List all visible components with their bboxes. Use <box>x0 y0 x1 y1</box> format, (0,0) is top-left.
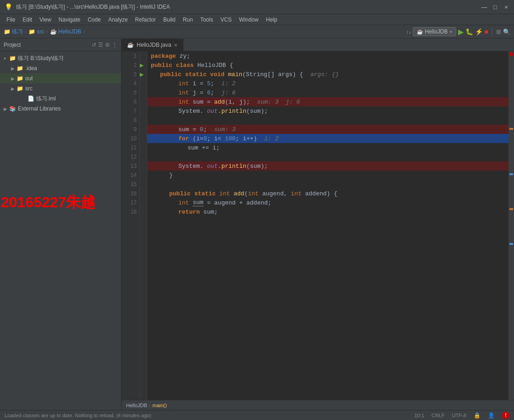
code-area[interactable]: package zy; public class HelloJDB { publ… <box>147 51 508 400</box>
project-tree: ▾ 📁 练习 B:\Study\练习 ▶ 📁 .idea ▶ 📁 out ▶ 📁… <box>0 51 121 410</box>
gutter-16: 16 <box>122 189 137 198</box>
menu-analyze[interactable]: Analyze <box>105 14 132 25</box>
dropdown-arrow: ▾ <box>450 29 452 34</box>
run-config-label: HelloJDB <box>425 28 448 35</box>
editor-breadcrumb: HelloJDB › main() <box>122 400 514 410</box>
cursor-position[interactable]: 10:1 <box>415 413 424 418</box>
toolbar-right: ↕₁ ☕ HelloJDB ▾ ▶ 🐛 ⚡ ■ ⊞ 🔍 <box>406 27 510 36</box>
info-marker-1 <box>509 173 513 175</box>
sidebar-header: Project ↺ ☰ ⚙ ⋮ <box>0 39 121 51</box>
menu-vcs[interactable]: VCS <box>217 14 236 25</box>
status-right: 10:1 CRLF UTF-8 🔒 👤 ! <box>415 412 509 419</box>
out-icon: 📁 <box>17 75 23 82</box>
sep1 <box>492 28 492 36</box>
gutter-1: 1 <box>122 51 137 61</box>
editor-tabs: ☕ HelloJDB.java ✕ <box>122 39 514 51</box>
tree-item-iml[interactable]: 📄 练习.iml <box>0 94 121 104</box>
code-line-17: int sum = augend + addend; <box>147 198 508 207</box>
status-message: Loaded classes are up to date. Nothing t… <box>5 413 405 418</box>
profile-button[interactable]: ⚡ <box>475 28 483 35</box>
expand-icon-ext: ▶ <box>4 106 9 111</box>
run-button[interactable]: ▶ <box>458 28 464 36</box>
menu-bar: File Edit View Navigate Code Analyze Ref… <box>0 14 514 25</box>
tree-item-idea[interactable]: ▶ 📁 .idea <box>0 63 121 73</box>
menu-view[interactable]: View <box>36 14 55 25</box>
tree-label-out: out <box>25 75 33 82</box>
layout-button[interactable]: ⊞ <box>496 28 501 35</box>
menu-window[interactable]: Window <box>235 14 262 25</box>
tree-item-ext-libs[interactable]: ▶ 📚 External Libraries <box>0 104 121 114</box>
window-title: 练习 [B:\Study\练习] - ...\src\HelloJDB.java… <box>16 3 170 11</box>
code-line-10: for (i=0; i< 100; i++) i: 2 <box>147 134 508 143</box>
gear-icon[interactable]: ⚙ <box>105 42 110 48</box>
settings-icon[interactable]: ⋮ <box>112 42 117 48</box>
tab-hellojdb[interactable]: ☕ HelloJDB.java ✕ <box>122 39 183 51</box>
code-line-14: } <box>147 171 508 180</box>
gutter-10: 10 <box>122 134 137 143</box>
code-line-8 <box>147 116 508 125</box>
stop-button[interactable]: ■ <box>485 28 488 35</box>
close-btn[interactable]: × <box>503 4 509 10</box>
right-scroll-gutter <box>508 51 514 400</box>
tree-label-src: src <box>25 85 33 92</box>
expand-icon-out: ▶ <box>11 76 17 81</box>
encoding[interactable]: UTF-8 <box>452 413 466 418</box>
breadcrumb-project[interactable]: 📁 练习 <box>4 28 23 36</box>
menu-help[interactable]: Help <box>262 14 281 25</box>
main-area: Project ↺ ☰ ⚙ ⋮ ▾ 📁 练习 B:\Study\练习 ▶ 📁 .… <box>0 39 514 410</box>
breadcrumb: 📁 练习 › 📁 src › ☕ HelloJDB › <box>4 28 404 36</box>
tree-item-out[interactable]: ▶ 📁 out <box>0 73 121 83</box>
gutter-8: 8 <box>122 116 137 125</box>
sync-icon[interactable]: ↺ <box>92 42 96 48</box>
warning-marker-1 <box>509 128 513 130</box>
sidebar-toolbar: ↺ ☰ ⚙ ⋮ <box>92 42 117 48</box>
breadcrumb-src[interactable]: 📁 src <box>28 28 44 35</box>
exec-marker-3: ▶ <box>140 70 147 79</box>
title-bar: 💡 练习 [B:\Study\练习] - ...\src\HelloJDB.ja… <box>0 0 514 14</box>
menu-code[interactable]: Code <box>84 14 105 25</box>
tree-item-root[interactable]: ▾ 📁 练习 B:\Study\练习 <box>0 53 121 63</box>
gutter-7: 7 <box>122 106 137 116</box>
code-line-7: System. out.println(sum); <box>147 106 508 116</box>
code-line-12 <box>147 152 508 161</box>
project-sidebar: Project ↺ ☰ ⚙ ⋮ ▾ 📁 练习 B:\Study\练习 ▶ 📁 .… <box>0 39 122 410</box>
status-bar: Loaded classes are up to date. Nothing t… <box>0 410 514 420</box>
error-badge: ! <box>502 412 509 419</box>
menu-build[interactable]: Build <box>160 14 179 25</box>
menu-run[interactable]: Run <box>179 14 197 25</box>
collapse-icon[interactable]: ☰ <box>98 42 103 48</box>
menu-edit[interactable]: Edit <box>19 14 36 25</box>
iml-icon: 📄 <box>28 95 34 102</box>
gutter-12: 12 <box>122 152 137 161</box>
search-button[interactable]: 🔍 <box>503 28 510 35</box>
menu-file[interactable]: File <box>3 14 19 25</box>
line-ending[interactable]: CRLF <box>431 413 445 418</box>
code-editor: 1 ▶ 2 ▶ 3 4 5 ● 6 7 8 ● 9 <box>122 51 514 400</box>
tab-label-hellojdb: HelloJDB.java <box>137 42 171 48</box>
tree-item-src[interactable]: ▶ 📁 src <box>0 83 121 94</box>
gutter-4: 4 <box>122 79 137 88</box>
code-line-16: public static int add(int augend, int ad… <box>147 189 508 198</box>
maximize-btn[interactable]: □ <box>492 4 498 10</box>
code-line-5: int j = 6; j: 6 <box>147 88 508 97</box>
gutter-11: 11 <box>122 143 137 152</box>
code-line-18: return sum; <box>147 207 508 216</box>
menu-tools[interactable]: Tools <box>197 14 217 25</box>
menu-navigate[interactable]: Navigate <box>55 14 84 25</box>
code-line-13: System. out.println(sum); <box>147 161 508 171</box>
tree-label-ext: External Libraries <box>18 105 61 112</box>
tab-close-btn[interactable]: ✕ <box>174 43 177 48</box>
run-config-selector[interactable]: ☕ HelloJDB ▾ <box>413 27 456 36</box>
code-line-11: sum += i; <box>147 143 508 152</box>
extlib-icon: 📚 <box>9 105 16 112</box>
debug-button[interactable]: 🐛 <box>465 28 473 35</box>
expand-icon-idea: ▶ <box>11 66 17 71</box>
editor-area: ☕ HelloJDB.java ✕ 1 ▶ 2 ▶ 3 4 5 <box>122 39 514 410</box>
gutter-13: ● 13 <box>122 161 137 171</box>
gutter-6: ● 6 <box>122 97 137 106</box>
menu-refactor[interactable]: Refactor <box>132 14 160 25</box>
code-line-2: public class HelloJDB { <box>147 61 508 70</box>
breadcrumb-file[interactable]: ☕ HelloJDB <box>50 28 81 35</box>
breadcrumb-method: main() <box>153 403 167 408</box>
minimize-btn[interactable]: — <box>481 4 487 10</box>
